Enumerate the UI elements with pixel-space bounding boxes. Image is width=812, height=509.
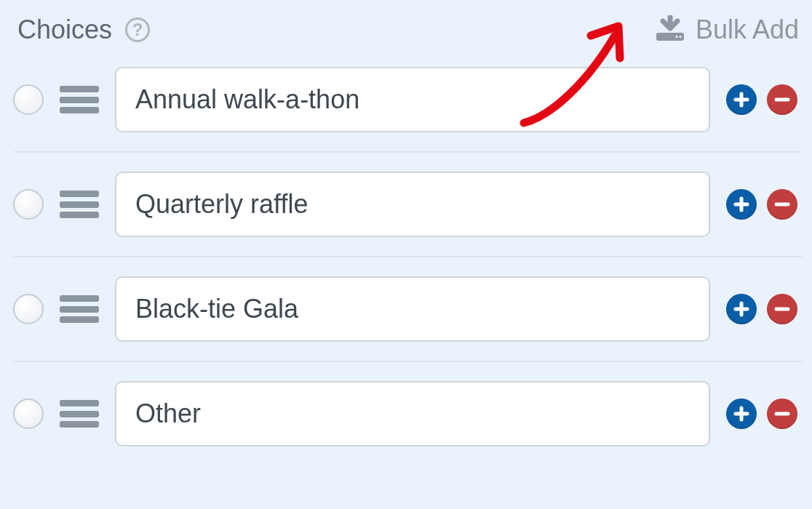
minus-circle-icon bbox=[773, 405, 791, 422]
choice-input[interactable] bbox=[115, 276, 710, 342]
minus-circle-icon bbox=[773, 196, 791, 213]
choice-row bbox=[13, 257, 802, 362]
svg-point-2 bbox=[679, 36, 681, 38]
add-choice-button[interactable] bbox=[726, 84, 757, 115]
plus-circle-icon bbox=[733, 300, 750, 318]
choices-title: Choices bbox=[17, 15, 112, 45]
help-circle-icon[interactable]: ? bbox=[125, 17, 150, 42]
choice-row bbox=[13, 362, 802, 465]
header-left: Choices ? bbox=[17, 15, 150, 45]
add-choice-button[interactable] bbox=[726, 294, 757, 324]
row-actions bbox=[726, 84, 797, 115]
choices-header: Choices ? Bulk Add bbox=[13, 15, 802, 45]
choice-row bbox=[13, 64, 802, 153]
radio-unselected-icon[interactable] bbox=[13, 294, 44, 324]
minus-circle-icon bbox=[773, 300, 791, 318]
drag-handle-icon[interactable] bbox=[60, 86, 99, 113]
minus-circle-icon bbox=[773, 91, 791, 108]
remove-choice-button[interactable] bbox=[767, 84, 797, 115]
drag-handle-icon[interactable] bbox=[60, 400, 99, 428]
remove-choice-button[interactable] bbox=[767, 398, 797, 429]
bulk-add-label: Bulk Add bbox=[696, 15, 799, 45]
drag-handle-icon[interactable] bbox=[60, 295, 99, 323]
choice-input[interactable] bbox=[115, 172, 710, 237]
add-choice-button[interactable] bbox=[726, 189, 757, 220]
choice-input[interactable] bbox=[115, 381, 710, 446]
plus-circle-icon bbox=[733, 196, 750, 213]
choices-panel: Choices ? Bulk Add bbox=[0, 0, 812, 465]
add-choice-button[interactable] bbox=[726, 398, 757, 429]
choice-input[interactable] bbox=[115, 67, 710, 132]
plus-circle-icon bbox=[733, 405, 750, 422]
bulk-add-button[interactable]: Bulk Add bbox=[655, 15, 799, 45]
radio-unselected-icon[interactable] bbox=[13, 189, 44, 220]
remove-choice-button[interactable] bbox=[767, 189, 797, 220]
help-symbol: ? bbox=[132, 20, 143, 40]
choice-row bbox=[13, 153, 802, 257]
plus-circle-icon bbox=[733, 91, 750, 108]
row-actions bbox=[726, 398, 797, 429]
drag-handle-icon[interactable] bbox=[60, 191, 99, 218]
row-actions bbox=[726, 189, 797, 220]
row-actions bbox=[726, 294, 797, 324]
choice-list bbox=[13, 64, 802, 465]
download-tray-icon bbox=[655, 15, 685, 44]
remove-choice-button[interactable] bbox=[767, 294, 797, 324]
radio-unselected-icon[interactable] bbox=[13, 398, 44, 429]
radio-unselected-icon[interactable] bbox=[13, 84, 44, 115]
svg-point-1 bbox=[675, 36, 677, 38]
